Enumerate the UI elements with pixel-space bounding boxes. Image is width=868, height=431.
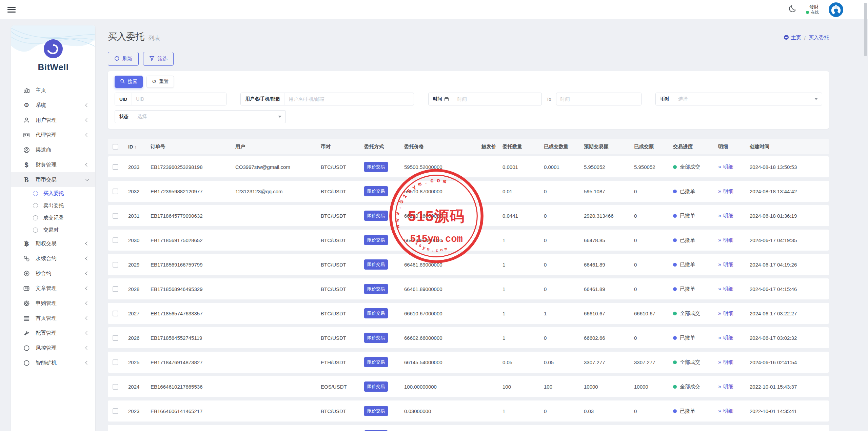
detail-link[interactable]: »明细	[718, 188, 750, 195]
time-label: 时间	[429, 96, 453, 102]
sidebar-item-永续合约[interactable]: 永续合约	[11, 251, 95, 266]
chevron-left-icon	[85, 346, 89, 350]
detail-link[interactable]: »明细	[718, 213, 750, 219]
table-row: 2022EB1664544218704294BTC/USDT限价交易19259.…	[108, 425, 829, 431]
sidebar-subitem-卖出委托[interactable]: 卖出委托	[11, 199, 95, 212]
time-start-input[interactable]	[457, 96, 537, 102]
sidebar-item-label: 币币交易	[36, 176, 57, 183]
detail-link-label: 明细	[723, 384, 733, 390]
row-checkbox[interactable]	[113, 311, 118, 316]
row-checkbox[interactable]	[113, 213, 118, 219]
circle-icon	[22, 360, 31, 366]
avatar[interactable]	[828, 2, 844, 17]
detail-link[interactable]: »明细	[718, 408, 750, 414]
detail-link[interactable]: »明细	[718, 359, 750, 366]
row-checkbox[interactable]	[113, 286, 118, 292]
sidebar-item-财务管理[interactable]: $财务管理	[11, 157, 95, 172]
pair-select[interactable]: 币对 选择	[655, 93, 822, 105]
detail-link-label: 明细	[723, 359, 733, 366]
hamburger-menu-icon[interactable]	[7, 5, 16, 14]
row-checkbox[interactable]	[113, 359, 118, 365]
cell-status: 全部成交	[673, 384, 718, 390]
sidebar-item-代理管理[interactable]: 代理管理	[11, 128, 95, 142]
user-filter-group: 用户名/手机/邮箱	[240, 93, 414, 105]
uid-input[interactable]	[136, 96, 222, 102]
sidebar-subitem-成交记录[interactable]: 成交记录	[11, 212, 95, 224]
select-all-checkbox[interactable]	[113, 144, 118, 150]
detail-link[interactable]: »明细	[718, 164, 750, 170]
sidebar-item-风控管理[interactable]: 风控管理	[11, 340, 95, 355]
detail-link[interactable]: »明细	[718, 261, 750, 268]
breadcrumb-home[interactable]: 主页	[784, 35, 801, 41]
detail-link[interactable]: »明细	[718, 335, 750, 341]
filter-button[interactable]: 筛选	[143, 52, 174, 66]
page-subtitle: 列表	[149, 34, 160, 42]
chevron-left-icon	[85, 256, 89, 260]
cell-filled-amount: 0	[544, 262, 584, 268]
sidebar-item-用户管理[interactable]: 用户管理	[11, 113, 95, 128]
row-checkbox[interactable]	[113, 262, 118, 268]
cell-price: 59510.87000000	[404, 189, 481, 194]
detail-link[interactable]: »明细	[718, 286, 750, 292]
sidebar-item-币币交易[interactable]: B币币交易	[11, 172, 95, 187]
sidebar-subitem-交易对[interactable]: 交易对	[11, 224, 95, 236]
cell-price: 59500.52000000	[404, 164, 481, 170]
cell-expected-value: 3307.277	[584, 359, 634, 365]
cell-status: 全部成交	[673, 164, 718, 170]
user-filter-input[interactable]	[289, 96, 410, 102]
time-end-input[interactable]	[560, 96, 637, 102]
sidebar-item-首页管理[interactable]: 首页管理	[11, 311, 95, 326]
row-checkbox[interactable]	[113, 408, 118, 414]
status-select[interactable]: 状态 选择	[115, 110, 286, 123]
chevron-left-icon	[85, 118, 89, 122]
status-dot-icon	[673, 214, 677, 218]
sort-asc-icon[interactable]: ↑	[135, 144, 137, 150]
double-chevron-right-icon: »	[718, 359, 721, 365]
detail-link[interactable]: »明细	[718, 237, 750, 243]
sidebar-item-文章管理[interactable]: 文章管理	[11, 281, 95, 296]
refresh-button[interactable]: 刷新	[108, 52, 139, 66]
search-button[interactable]: 搜索	[115, 76, 143, 88]
sidebar-subitem-买入委托[interactable]: 买入委托	[11, 187, 95, 199]
sidebar-item-智能矿机[interactable]: 智能矿机	[11, 355, 95, 370]
stacked-lines-icon	[22, 315, 31, 321]
method-badge: 限价交易	[364, 333, 388, 343]
row-checkbox[interactable]	[113, 164, 118, 170]
cell-filled-amount: 0	[544, 213, 584, 219]
cell-price: 66478.85000000	[404, 237, 481, 243]
status-label: 全部成交	[680, 359, 700, 366]
cell-amount: 0.01	[502, 189, 544, 194]
reset-button[interactable]: ↺ 重置	[146, 76, 174, 88]
sidebar-item-配置管理[interactable]: 配置管理	[11, 326, 95, 340]
chevron-left-icon	[85, 133, 89, 137]
cell-filled-value: 0	[634, 189, 673, 194]
sidebar-item-主页[interactable]: 主页	[11, 83, 95, 98]
cell-id: 2026	[128, 335, 151, 341]
detail-link-label: 明细	[723, 213, 733, 219]
sidebar-item-期权交易[interactable]: ฿期权交易	[11, 236, 95, 251]
cell-method: 限价交易	[364, 406, 404, 416]
circle-bullet-icon	[33, 228, 38, 233]
detail-link[interactable]: »明细	[718, 310, 750, 317]
cell-id: 2025	[128, 359, 151, 365]
breadcrumb-current[interactable]: 买入委托	[809, 35, 829, 41]
detail-link-label: 明细	[723, 408, 733, 414]
cell-created-at: 2022-10-01 15:43:37	[750, 384, 829, 390]
row-checkbox[interactable]	[113, 189, 118, 194]
sidebar-item-系统[interactable]: ⚙系统	[11, 98, 95, 113]
sidebar-item-秒合约[interactable]: 秒合约	[11, 266, 95, 281]
detail-link[interactable]: »明细	[718, 384, 750, 390]
detail-link-label: 明细	[723, 335, 733, 341]
row-checkbox[interactable]	[113, 384, 118, 390]
cell-filled-value: 3307.277	[634, 359, 673, 365]
sidebar-item-label: 首页管理	[36, 315, 57, 322]
row-checkbox[interactable]	[113, 335, 118, 341]
cell-filled-amount: 0	[544, 237, 584, 243]
sidebar-item-申购管理[interactable]: 申购管理	[11, 296, 95, 311]
row-checkbox[interactable]	[113, 237, 118, 243]
cell-method: 限价交易	[364, 333, 404, 343]
cell-expected-value: 66602.66	[584, 335, 634, 341]
vertical-scrollbar[interactable]	[864, 3, 867, 56]
dark-mode-toggle[interactable]	[788, 4, 796, 15]
sidebar-item-渠道商[interactable]: 渠道商	[11, 142, 95, 157]
